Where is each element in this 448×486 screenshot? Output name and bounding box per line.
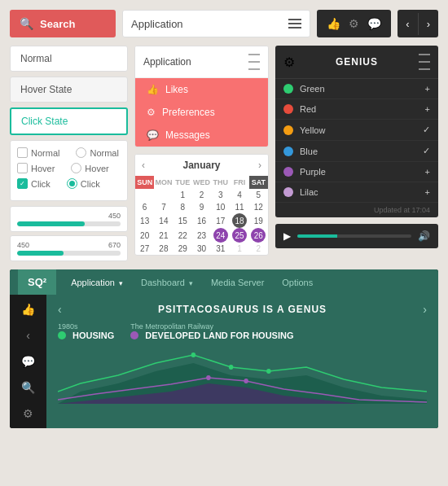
genius-row-lilac[interactable]: Lilac + — [275, 182, 438, 203]
cal-cell[interactable]: 30 — [192, 243, 211, 255]
dropdown-likes[interactable]: 👍 Likes — [135, 78, 268, 101]
prefs-label: Preferences — [162, 107, 215, 118]
cal-cell-today[interactable]: 18 — [232, 213, 247, 228]
hamburger-icon[interactable] — [288, 19, 301, 28]
cal-cell[interactable]: 14 — [154, 213, 173, 228]
purple-action[interactable]: + — [425, 167, 430, 177]
cal-next[interactable]: › — [258, 160, 261, 171]
checkbox-click-row: Click Click — [17, 178, 121, 189]
play-button[interactable]: ▶ — [283, 230, 291, 242]
slide-next[interactable]: › — [423, 303, 427, 316]
cal-cell[interactable]: 8 — [173, 201, 192, 213]
cal-cell[interactable]: 27 — [135, 243, 154, 255]
svg-point-3 — [229, 365, 234, 370]
cal-cell[interactable]: 1 — [230, 243, 248, 255]
nav-options[interactable]: Options — [274, 271, 321, 294]
volume-icon[interactable]: 🔊 — [418, 230, 430, 242]
blue-action[interactable]: ✓ — [423, 146, 430, 156]
yellow-action[interactable]: ✓ — [423, 125, 430, 135]
cal-cell-sel2[interactable]: 25 — [232, 228, 247, 243]
cal-cell[interactable]: 5 — [249, 189, 268, 201]
cal-cell[interactable]: 21 — [154, 228, 173, 243]
cal-cell[interactable]: 7 — [154, 201, 173, 213]
cal-prev[interactable]: ‹ — [142, 160, 145, 171]
genius-row-green[interactable]: Green + — [275, 79, 438, 99]
cal-cell[interactable]: 16 — [192, 213, 211, 228]
yellow-label: Yellow — [300, 125, 325, 135]
lilac-action[interactable]: + — [425, 187, 430, 197]
green-action[interactable]: + — [425, 84, 430, 94]
cal-cell[interactable]: 19 — [249, 213, 268, 228]
cal-cell[interactable]: 11 — [230, 201, 248, 213]
sidebar-chat-icon[interactable]: 💬 — [21, 355, 35, 368]
sidebar-settings-icon[interactable]: ⚙ — [23, 407, 33, 420]
sidebar-thumb-icon[interactable]: 👍 — [21, 303, 35, 316]
cal-cell[interactable]: 6 — [135, 201, 154, 213]
slide-nav: ‹ PSITTACOSAURUS IS A GENUS › — [58, 303, 427, 316]
genius-row-yellow[interactable]: Yellow ✓ — [275, 120, 438, 141]
cal-cell[interactable]: 17 — [211, 213, 230, 228]
cal-cell[interactable]: 23 — [192, 228, 211, 243]
hover-radio-label: Hover — [85, 164, 108, 173]
settings-icon[interactable]: ⚙ — [349, 17, 359, 30]
hover-checkbox[interactable] — [17, 163, 28, 173]
cal-cell[interactable]: 22 — [173, 228, 192, 243]
nav-media-server[interactable]: Media Server — [203, 271, 272, 294]
progress-bar-1-wrap: 450 — [10, 206, 128, 232]
cal-cell[interactable]: 15 — [173, 213, 192, 228]
purple-dot — [283, 167, 293, 177]
cal-cell[interactable] — [135, 189, 154, 201]
thumb-icon[interactable]: 👍 — [327, 17, 340, 30]
cal-cell[interactable]: 13 — [135, 213, 154, 228]
cal-cell[interactable]: 28 — [154, 243, 173, 255]
normal-checkbox[interactable] — [17, 147, 28, 158]
cal-cell[interactable]: 3 — [211, 189, 230, 201]
cal-cell[interactable]: 31 — [211, 243, 230, 255]
top-row: 🔍 Search Application 👍 ⚙ 💬 ‹ › — [10, 10, 438, 37]
genius-settings-icon[interactable]: ⚙ — [283, 55, 295, 70]
hover-state: Hover State — [10, 77, 128, 103]
genius-row-purple[interactable]: Purple + — [275, 162, 438, 182]
cal-cell[interactable]: 10 — [211, 201, 230, 213]
cal-cell[interactable]: 4 — [230, 189, 248, 201]
dropdown-preferences[interactable]: ⚙ Preferences — [135, 101, 268, 124]
prev-arrow[interactable]: ‹ — [397, 13, 418, 35]
player-progress[interactable] — [297, 234, 411, 238]
nav-dashboard[interactable]: Dashboard ▾ — [133, 271, 201, 294]
cal-cell[interactable]: 1 — [173, 189, 192, 201]
slide-stats: 1980s HOUSING The Metropolitan Railway D… — [58, 322, 427, 340]
cal-cell[interactable]: 2 — [192, 189, 211, 201]
cal-cell[interactable]: 29 — [173, 243, 192, 255]
stat-housing: 1980s HOUSING — [58, 322, 114, 340]
svg-point-4 — [266, 369, 271, 374]
cal-cell-sel3[interactable]: 26 — [251, 228, 266, 243]
next-arrow[interactable]: › — [419, 13, 438, 35]
message-icon[interactable]: 💬 — [367, 17, 381, 30]
red-action[interactable]: + — [425, 104, 430, 114]
sidebar-nav-icon[interactable]: ‹ — [26, 329, 30, 342]
click-radio[interactable] — [67, 178, 77, 189]
cal-cell[interactable]: 9 — [192, 201, 211, 213]
cal-cell[interactable]: 2 — [249, 243, 268, 255]
cal-header-fri: FRI — [230, 176, 248, 189]
cal-cell-sel1[interactable]: 24 — [213, 228, 228, 243]
genius-update-time: Updated at 17:04 — [374, 206, 430, 214]
cal-cell[interactable]: 20 — [135, 228, 154, 243]
dropdown-header[interactable]: Application — [135, 46, 268, 78]
click-checkbox[interactable] — [17, 178, 28, 189]
cal-cell[interactable]: 12 — [249, 201, 268, 213]
sidebar-search-icon[interactable]: 🔍 — [21, 381, 35, 394]
nav-application[interactable]: Application ▾ — [63, 271, 131, 294]
progress-2-left: 450 — [17, 241, 29, 249]
dropdown-hamburger[interactable] — [248, 52, 260, 72]
normal-radio[interactable] — [76, 147, 86, 158]
click-state[interactable]: Click State — [10, 107, 128, 135]
cal-cell[interactable] — [154, 189, 173, 201]
dropdown-messages[interactable]: 💬 Messages — [135, 124, 268, 147]
progress-bar-2-fill — [17, 251, 64, 256]
hover-radio[interactable] — [71, 163, 81, 173]
genius-row-blue[interactable]: Blue ✓ — [275, 141, 438, 162]
genius-row-red[interactable]: Red + — [275, 99, 438, 120]
genius-menu[interactable] — [419, 52, 430, 72]
search-bar[interactable]: 🔍 Search — [10, 10, 116, 37]
